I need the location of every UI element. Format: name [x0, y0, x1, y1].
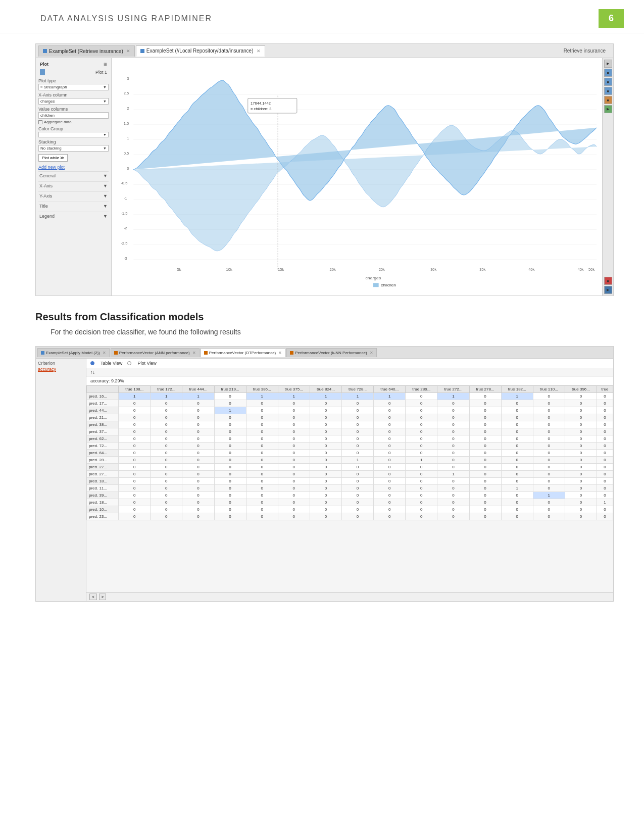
cls-sort-icon[interactable]: ↑↓ [90, 370, 95, 375]
cls-cell-17-2: 0 [182, 513, 214, 520]
cls-tab-close-4[interactable]: ✕ [370, 351, 373, 355]
cls-cell-7-2: 0 [182, 443, 214, 450]
rm-right-btn-6[interactable]: ▶ [604, 105, 612, 113]
rm-valcols-select[interactable]: children [38, 112, 109, 119]
cls-cell-17-11: 0 [469, 513, 501, 520]
rm-tab-close-2[interactable]: ✕ [257, 48, 261, 54]
cls-cell-9-1: 0 [151, 457, 182, 464]
rm-aggregate-row: Aggregate data [38, 120, 109, 124]
rm-right-btn-1[interactable]: ▶ [604, 60, 612, 68]
cls-cell-2-9: 0 [406, 407, 437, 414]
cls-table-row: pred. 21...0000000000000000 [87, 414, 613, 421]
cls-row-label-3: pred. 21... [87, 414, 119, 421]
cls-cell-1-10: 0 [437, 400, 469, 407]
cls-cell-13-0: 0 [119, 485, 151, 492]
cls-cell-10-14: 0 [565, 464, 597, 471]
rm-colorgroup-select[interactable]: ▼ [38, 132, 109, 137]
cls-cell-3-13: 0 [533, 414, 565, 421]
cls-table-row: pred. 62...0000000000000000 [87, 435, 613, 443]
cls-cell-1-9: 0 [406, 400, 437, 407]
cls-cell-9-15: 0 [597, 457, 613, 464]
cls-row-label-0: pred. 16... [87, 393, 119, 400]
rm-general-section[interactable]: General ▼ [38, 171, 109, 180]
cls-tab-3[interactable]: PerformanceVector (DTPerformance) ✕ [201, 348, 286, 357]
rm-right-btn-8[interactable]: ▶ [604, 286, 612, 294]
cls-cell-5-10: 0 [437, 428, 469, 435]
cls-col-444: true 444... [182, 386, 214, 393]
rm-body: Plot ⊞ Plot 1 Plot type ≈ Streamgraph ▼ … [36, 58, 613, 296]
cls-nav-next[interactable]: > [99, 594, 107, 600]
rm-xaxis-select[interactable]: charges ▼ [38, 98, 109, 105]
cls-cell-6-12: 0 [501, 435, 533, 443]
cls-criterion-label: Criterion [38, 361, 84, 366]
cls-cell-3-4: 0 [246, 414, 278, 421]
rm-right-btn-5[interactable]: ■ [604, 96, 612, 104]
rm-title-section[interactable]: Title ▼ [38, 202, 109, 210]
rm-legend-section[interactable]: Legend ▼ [38, 212, 109, 220]
cls-cell-16-2: 0 [182, 506, 214, 513]
cls-table-view-label[interactable]: Table View [101, 361, 122, 366]
cls-cell-1-11: 0 [469, 400, 501, 407]
rm-plot1-label: Plot 1 [95, 70, 107, 75]
rm-right-btn-4[interactable]: ■ [604, 87, 612, 95]
rm-plot-expand[interactable]: ⊞ [104, 62, 107, 67]
cls-accuracy-link[interactable]: accuracy [38, 367, 84, 372]
cls-nav-prev[interactable]: < [89, 594, 97, 600]
cls-tab-label-1: ExampleSet (Apply Model (2)) [46, 351, 100, 355]
cls-cell-15-4: 0 [246, 499, 278, 506]
cls-tab-close-2[interactable]: ✕ [192, 351, 196, 355]
rm-tab-2[interactable]: ExampleSet (//Local Repository/data/insu… [136, 45, 265, 57]
cls-cell-6-0: 0 [119, 435, 151, 443]
cls-cell-7-5: 0 [278, 443, 310, 450]
cls-plot-view-label[interactable]: Plot View [137, 361, 156, 366]
cls-tab-4[interactable]: PerformanceVector (k-NN Performance) ✕ [286, 348, 376, 357]
cls-table-wrapper[interactable]: true 108... true 172... true 444... true… [86, 385, 613, 592]
rm-general-toggle: ▼ [103, 173, 108, 178]
rm-xaxis-section[interactable]: X-Axis ▼ [38, 181, 109, 190]
cls-cell-11-10: 1 [437, 471, 469, 478]
cls-tab-close-3[interactable]: ✕ [278, 351, 282, 355]
cls-cell-9-7: 1 [342, 457, 374, 464]
cls-cell-15-3: 0 [214, 499, 246, 506]
cls-cell-12-1: 0 [151, 478, 182, 485]
cls-cell-7-4: 0 [246, 443, 278, 450]
cls-cell-6-14: 0 [565, 435, 597, 443]
cls-cell-5-7: 0 [342, 428, 374, 435]
cls-cell-17-9: 0 [406, 513, 437, 520]
rm-tab-1[interactable]: ExampleSet (Retrieve insurance) ✕ [38, 45, 135, 57]
svg-text:40k: 40k [528, 267, 535, 272]
cls-cell-1-13: 0 [533, 400, 565, 407]
rm-right-btn-2[interactable]: ■ [604, 69, 612, 77]
rm-yaxis-section[interactable]: Y-Axis ▼ [38, 191, 109, 200]
rm-right-btn-7[interactable]: ■ [604, 277, 612, 285]
rm-aggregate-checkbox[interactable] [38, 120, 42, 124]
cls-cell-12-6: 0 [310, 478, 341, 485]
cls-tab-2[interactable]: PerformanceVector (ANN performance) ✕ [111, 348, 200, 357]
rm-plot-btn[interactable]: Plot while ≫ [38, 154, 68, 162]
rm-add-plot-link[interactable]: Add new plot [38, 165, 109, 170]
cls-tab-label-2: PerformanceVector (ANN performance) [119, 351, 190, 355]
cls-cell-2-13: 0 [533, 407, 565, 414]
rm-tab-close-1[interactable]: ✕ [126, 48, 130, 54]
cls-cell-8-13: 0 [533, 450, 565, 457]
cls-cell-5-8: 0 [374, 428, 406, 435]
rm-right-btn-3[interactable]: ■ [604, 78, 612, 86]
rm-plottype-select[interactable]: ≈ Streamgraph ▼ [38, 84, 109, 90]
cls-plot-radio[interactable] [127, 361, 131, 365]
cls-cell-13-12: 1 [501, 485, 533, 492]
cls-col-110: true 110... [533, 386, 565, 393]
cls-sort-row: ↑↓ [86, 368, 613, 377]
cls-cell-7-8: 0 [374, 443, 406, 450]
rm-stacking-select[interactable]: No stacking ▼ [38, 145, 109, 152]
cls-cell-11-12: 0 [501, 471, 533, 478]
cls-tab-1[interactable]: ExampleSet (Apply Model (2)) ✕ [37, 348, 110, 357]
cls-cell-4-0: 0 [119, 421, 151, 428]
cls-cell-1-15: 0 [597, 400, 613, 407]
rm-xaxis-section-label: X-Axis [39, 183, 53, 188]
cls-tab-close-1[interactable]: ✕ [103, 351, 106, 355]
cls-tab-icon-4 [290, 351, 293, 355]
cls-table-radio[interactable] [90, 361, 94, 365]
rm-stacking-label: Stacking [38, 139, 109, 144]
svg-text:45k: 45k [577, 267, 584, 272]
cls-cell-14-13: 1 [533, 492, 565, 499]
